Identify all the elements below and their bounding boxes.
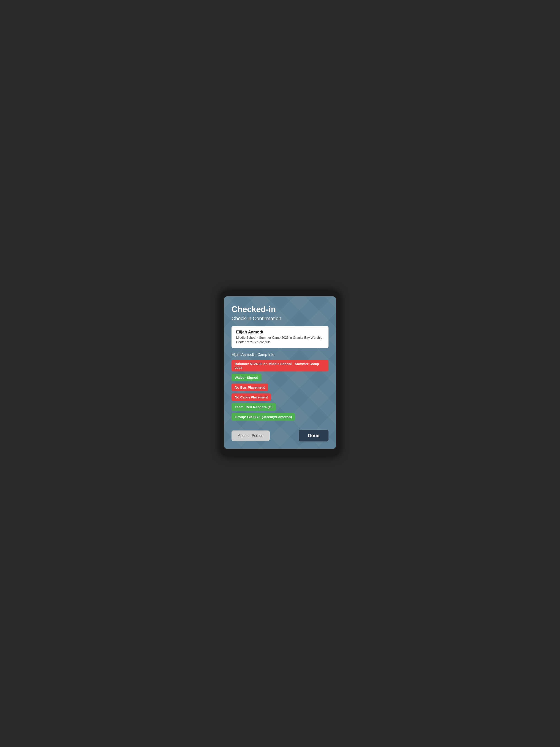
person-card: Elijah Aamodt Middle School - Summer Cam… (232, 326, 328, 348)
page-title: Checked-in (232, 305, 328, 314)
badge-bus: No Bus Placement (232, 384, 268, 391)
tablet-screen: Checked-in Check-in Confirmation Elijah … (224, 297, 336, 449)
done-button[interactable]: Done (299, 430, 328, 441)
page-subtitle: Check-in Confirmation (232, 316, 328, 321)
badge-cabin: No Cabin Placement (232, 393, 271, 401)
bottom-buttons: Another Person Done (232, 430, 328, 441)
badge-team: Team: Red Rangers (G) (232, 403, 276, 411)
another-person-button[interactable]: Another Person (232, 431, 270, 441)
person-detail: Middle School - Summer Camp 2023 in Gran… (236, 336, 324, 344)
badge-waiver: Waiver Signed (232, 374, 262, 381)
person-name: Elijah Aamodt (236, 330, 324, 335)
badge-group: Group: GB-6B-1 (Jeremy/Cameron) (232, 413, 295, 421)
tablet-frame: Checked-in Check-in Confirmation Elijah … (220, 291, 340, 456)
badge-balance: Balance: $124.00 on Middle School - Summ… (232, 360, 328, 371)
camp-info-label: Elijah Aamodt's Camp Info (232, 353, 328, 357)
badges-container: Balance: $124.00 on Middle School - Summ… (232, 360, 328, 421)
